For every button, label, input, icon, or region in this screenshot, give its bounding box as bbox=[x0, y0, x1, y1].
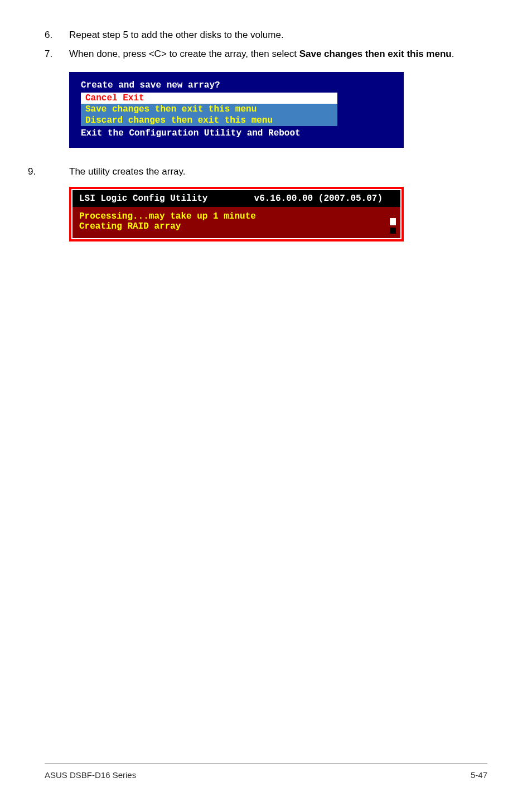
bios-menu-save-changes[interactable]: Save changes then exit this menu bbox=[81, 104, 337, 115]
bios-processing-header: LSI Logic Config Utility v6.16.00.00 (20… bbox=[72, 190, 400, 207]
step-7: 7. When done, press <C> to create the ar… bbox=[45, 47, 487, 61]
step-9: 9. The utility creates the array. bbox=[28, 165, 487, 179]
footer-left: ASUS DSBF-D16 Series bbox=[45, 770, 136, 780]
bios-menu-cancel-exit[interactable]: Cancel Exit bbox=[81, 93, 337, 104]
step-7-prefix: When done, press <C> to create the array… bbox=[69, 49, 299, 59]
bios-menu: Cancel Exit Save changes then exit this … bbox=[81, 93, 337, 126]
bios-header-version: v6.16.00.00 (2007.05.07) bbox=[254, 194, 394, 204]
bios-header-title: LSI Logic Config Utility bbox=[79, 194, 207, 204]
bios-processing-line1: Processing...may take up 1 minute bbox=[79, 211, 394, 221]
bios-menu-discard-changes[interactable]: Discard changes then exit this menu bbox=[81, 115, 337, 126]
step-6-number: 6. bbox=[45, 28, 69, 42]
step-6: 6. Repeat step 5 to add the other disks … bbox=[45, 28, 487, 42]
bios-create-array-dialog: Create and save new array? Cancel Exit S… bbox=[69, 72, 404, 148]
bios-dialog-title: Create and save new array? bbox=[71, 79, 402, 91]
bios-exit-line: Exit the Configuration Utility and Reboo… bbox=[71, 127, 402, 139]
step-9-text: The utility creates the array. bbox=[69, 165, 487, 179]
bios-processing-line2: Creating RAID array bbox=[79, 221, 394, 231]
step-9-number: 9. bbox=[28, 165, 69, 179]
step-7-number: 7. bbox=[45, 47, 69, 61]
bios-cursor-icon bbox=[387, 218, 396, 227]
page-footer: ASUS DSBF-D16 Series 5-47 bbox=[45, 763, 487, 780]
step-7-bold: Save changes then exit this menu bbox=[299, 49, 452, 59]
step-7-text: When done, press <C> to create the array… bbox=[69, 47, 487, 61]
footer-page-number: 5-47 bbox=[471, 770, 487, 780]
bios-processing-window: LSI Logic Config Utility v6.16.00.00 (20… bbox=[69, 187, 404, 241]
bios-processing-body: Processing...may take up 1 minute Creati… bbox=[72, 207, 400, 238]
step-7-suffix: . bbox=[452, 49, 454, 59]
step-6-text: Repeat step 5 to add the other disks to … bbox=[69, 28, 487, 42]
